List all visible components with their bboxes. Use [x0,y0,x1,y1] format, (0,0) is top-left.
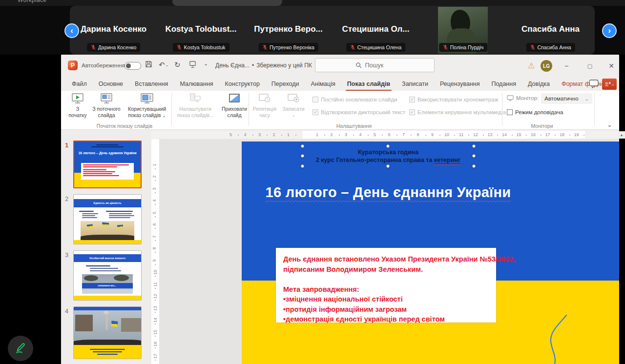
record-icon [287,93,300,104]
tab-view[interactable]: Подання [485,77,521,91]
ruler-number: 15 [516,132,521,137]
thumbnail-photo-square [74,310,141,346]
tab-review[interactable]: Рецензування [434,77,485,91]
muted-mic-icon [443,44,448,50]
ruler-number: 1 [316,132,318,137]
ruler-number: 11 [459,132,463,137]
participant-display-name: Спасиба Анна [507,24,594,34]
setup-show-icon [189,93,202,104]
warning-icon[interactable]: ⚠ [528,61,535,70]
chevron-down-icon: ⌄ [162,113,166,118]
checkbox-icon: ✓ [409,97,415,102]
tab-animations[interactable]: Анімація [305,77,341,91]
minimize-button[interactable]: − [559,61,574,71]
selection-handle[interactable] [472,164,476,168]
annotate-button[interactable] [8,336,33,361]
workspace: 1 16 лютого – День єднання України [61,130,619,364]
tab-draw[interactable]: Малювання [174,77,219,91]
document-title[interactable]: День Єдна... • Збережено у цей ПК ⌄ [215,62,318,69]
selection-handle[interactable] [472,144,476,148]
share-person-icon [604,81,611,87]
account-avatar[interactable]: LG [541,60,552,72]
selection-handle[interactable] [301,154,304,158]
from-current-slide-button[interactable]: З поточного слайда [90,93,123,118]
ruler-number: 15 [153,329,158,334]
selected-textbox[interactable]: Кураторська година 2 курс Готельно-ресто… [303,146,474,166]
monitor-dropdown[interactable]: Автоматично ⌄ [541,93,592,104]
checkbox-presenter-view[interactable]: Режим доповідача [507,109,563,115]
participant-tile[interactable]: Спасиба Анна Спасиба Анна [507,6,594,55]
selection-handle[interactable] [386,144,390,148]
comment-icon [588,79,599,89]
participant-tile[interactable]: Стецишина Ол... Стецишина Олена [332,6,419,55]
slide-number: 2 [65,195,68,202]
ruler-number: 19 [574,132,579,137]
tab-help[interactable]: Довідка [522,77,556,91]
share-button[interactable]: ⌄ [602,79,617,90]
customize-qat-button[interactable]: ⌄ [204,61,208,67]
selection-handle[interactable] [386,164,390,168]
selection-handle[interactable] [301,164,304,168]
search-input[interactable] [365,62,395,69]
custom-slideshow-button[interactable]: Користувацький показ слайдів ⌄ [125,93,169,119]
participant-tile[interactable]: Дарина Косенко Дарина Косенко [70,6,157,55]
ruler-number: 4 [244,132,246,137]
scroll-up-button[interactable]: ▲ [618,131,625,139]
tab-insert[interactable]: Вставлення [129,77,174,91]
slide-body-textbox[interactable]: День єднання встановлено Указом Президен… [276,248,496,323]
autosave-label: Автозбереження [82,62,125,68]
monitor-label-row: Монітор: [507,95,539,101]
slide-title-text[interactable]: 16 лютого – День єднання України [242,184,535,201]
selection-handle[interactable] [301,144,304,148]
save-button[interactable] [145,61,152,68]
maximize-button[interactable]: ▢ [583,61,597,71]
meeting-participants-strip: Дарина Косенко Дарина Косенко Kostya Tol… [0,6,625,55]
thumbnail-photo-march: UKRAINIANS WILL... [82,274,133,294]
autosave-toggle[interactable] [125,62,141,70]
participant-display-name: Kostya Tolobust... [157,24,245,34]
save-icon [145,61,152,68]
tab-file[interactable]: Файл [66,77,93,91]
tab-design[interactable]: Конструктор [219,77,266,91]
slide-canvas: Кураторська година 2 курс Готельно-ресто… [159,139,619,364]
close-button[interactable]: ✕ [604,61,619,71]
participant-display-name: Стецишина Ол... [332,24,419,34]
participant-tile[interactable]: Путренко Веро... Путренко Вероніка [245,6,332,55]
selection-handle[interactable] [472,154,476,158]
search-box[interactable] [315,58,435,72]
ruler-number: 2 [330,132,333,137]
previous-participants-button[interactable]: ‹ [64,23,79,38]
slide-thumbnail-1[interactable]: 16 лютого – День єднання України [73,141,142,188]
comments-button[interactable] [588,79,601,89]
ruler-number: 4 [359,132,361,137]
tab-home[interactable]: Основне [93,77,129,91]
ruler-number: 8 [152,247,157,249]
hide-slide-button[interactable]: Приховати слайд [218,93,250,118]
collapse-ribbon-button[interactable]: ⌄ [607,121,612,128]
participant-tile[interactable]: Kostya Tolobust... Kostya Tolobustuk [157,6,245,55]
ruler-number: 13 [153,305,158,310]
start-slideshow-qat-button[interactable] [189,61,196,68]
slide-1-editing-surface[interactable]: Кураторська година 2 курс Готельно-ресто… [242,142,619,364]
tab-slideshow[interactable]: Показ слайдів [341,77,396,91]
slide-thumbnail-3[interactable]: Особистий внесок кожного UKRAINIANS WILL… [73,250,142,301]
next-participants-button[interactable]: › [602,23,617,38]
hide-slide-icon [228,93,241,104]
muted-mic-icon [350,44,355,50]
slide-number: 3 [65,251,68,259]
tab-record[interactable]: Записати [396,77,434,91]
participant-tile-video[interactable]: Поліна Пурдіч [419,6,507,55]
ruler-number: 5 [229,132,232,137]
tab-shape-format[interactable]: Формат фігури [556,77,609,91]
redo-button[interactable]: ↻ [174,61,181,69]
os-clipped-text: Workplace [18,0,46,3]
slide-thumbnail-2[interactable]: Єдність як цінність [73,194,142,244]
tab-transitions[interactable]: Переходи [266,77,305,91]
muted-mic-icon [530,44,535,50]
participant-display-name: Путренко Веро... [245,24,332,34]
slide-thumbnail-4[interactable] [73,306,142,359]
monitor-icon [507,95,514,101]
ribbon-separator [249,93,249,126]
undo-button[interactable]: ↶⌄ [159,61,168,69]
from-beginning-button[interactable]: З початку [66,93,89,118]
